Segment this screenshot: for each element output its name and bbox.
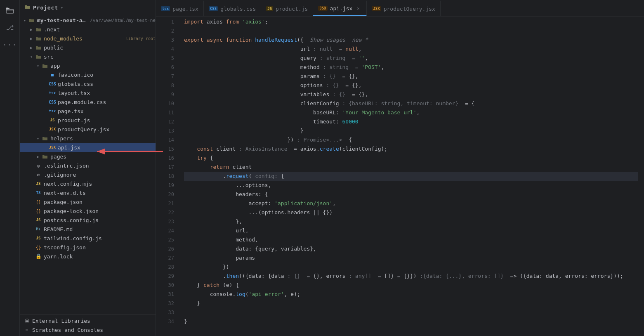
tree-label: .eslintrc.json xyxy=(44,163,156,169)
folder-tree-icon[interactable] xyxy=(2,2,18,18)
tab-label: globals.css xyxy=(220,6,256,12)
css-file-icon: CSS xyxy=(49,100,56,104)
scrollbar-track[interactable] xyxy=(638,17,644,336)
tree-item-next-env[interactable]: TS next-env.d.ts xyxy=(20,188,156,197)
code-line-12: timeout: 60000 xyxy=(184,117,638,126)
tree-item-gitignore[interactable]: ⊘ .gitignore xyxy=(20,170,156,179)
external-libraries-label: External Libraries xyxy=(32,318,156,324)
tree-item-root[interactable]: ▾ my-test-next-app /var/www/html/my-test… xyxy=(20,16,156,25)
eslint-file-icon: ◎ xyxy=(35,163,42,168)
code-line-27: params xyxy=(184,253,638,263)
tree-item-node-modules[interactable]: ▶ node_modules library root xyxy=(20,34,156,43)
code-line-11: baseURL: 'Your Magento base url', xyxy=(184,108,638,117)
tree-item-page-tsx[interactable]: tsx page.tsx xyxy=(20,106,156,116)
expand-arrow: ▶ xyxy=(28,27,35,32)
code-line-25: method, xyxy=(184,235,638,244)
tree-item-next-config[interactable]: JS next.config.mjs xyxy=(20,179,156,188)
folder-icon xyxy=(41,154,49,159)
code-line-9: variables : {} = {}, xyxy=(184,90,638,99)
code-line-22: ...(options.headers || {}) xyxy=(184,208,638,217)
tree-item-eslintrc[interactable]: ◎ .eslintrc.json xyxy=(20,161,156,170)
code-line-28: }) xyxy=(184,263,638,272)
tree-item-tailwind[interactable]: JS tailwind.config.js xyxy=(20,234,156,243)
tree-label: pages xyxy=(50,154,156,160)
expand-arrow: ▾ xyxy=(35,136,41,141)
tree-label: public xyxy=(44,45,156,51)
tree-item-tsconfig[interactable]: {} tsconfig.json xyxy=(20,243,156,252)
tree-item-public[interactable]: ▶ public xyxy=(20,43,156,52)
tree-label: package-lock.json xyxy=(44,208,156,214)
code-line-7: params : {} = {}, xyxy=(184,72,638,81)
tab-close-button[interactable]: ✕ xyxy=(355,5,361,12)
tree-label: page.tsx xyxy=(58,108,156,114)
tree-label: productQuery.jsx xyxy=(58,126,156,133)
tab-globals-css[interactable]: CSS globals.css xyxy=(204,0,261,16)
folder-open-icon xyxy=(28,17,35,23)
code-line-30: } catch (e) { xyxy=(184,281,638,290)
tree-label: tsconfig.json xyxy=(44,244,156,251)
code-line-6: method : string = 'POST', xyxy=(184,63,638,72)
more-dots-icon[interactable]: ··· xyxy=(2,36,18,53)
tree-item-yarn-lock[interactable]: 🔒 yarn.lock xyxy=(20,252,156,261)
code-line-16: try { xyxy=(184,154,638,163)
tree-item-readme[interactable]: M↓ README.md xyxy=(20,225,156,234)
tree-label: product.js xyxy=(58,117,156,123)
scratches-item[interactable]: ≡ Scratches and Consoles xyxy=(20,325,156,334)
tree-item-next[interactable]: ▶ .next xyxy=(20,25,156,34)
tree-label: globals.css xyxy=(58,81,156,87)
tree-item-page-module-css[interactable]: CSS page.module.css xyxy=(20,97,156,106)
gitignore-file-icon: ⊘ xyxy=(35,172,42,177)
tab-label: product.js xyxy=(276,6,308,12)
code-line-21: accept: 'application/json', xyxy=(184,199,638,208)
tree-label: postcss.config.js xyxy=(44,217,156,223)
activity-bar: ⎇ ··· xyxy=(0,0,20,336)
css-file-icon: CSS xyxy=(49,82,56,86)
code-line-20: headers: { xyxy=(184,190,638,199)
tab-product-js[interactable]: JS product.js xyxy=(261,0,313,16)
tree-label: app xyxy=(50,63,156,69)
tree-label: .gitignore xyxy=(44,172,156,178)
external-libraries-item[interactable]: 🏛 External Libraries xyxy=(20,316,156,325)
json-file-icon: {} xyxy=(35,199,42,205)
js-file-icon: JS xyxy=(35,218,42,222)
tree-item-package-json[interactable]: {} package.json xyxy=(20,197,156,206)
tree-item-productquery-jsx[interactable]: JSX productQuery.jsx xyxy=(20,125,156,134)
tree-item-product-js[interactable]: JS product.js xyxy=(20,116,156,125)
json-file-icon: {} xyxy=(35,208,42,214)
code-line-33 xyxy=(184,308,638,317)
tree-item-postcss[interactable]: JS postcss.config.js xyxy=(20,215,156,225)
js-file-icon: JS xyxy=(35,182,42,186)
code-line-2 xyxy=(184,26,638,35)
tree-item-api-jsx[interactable]: JSX api.jsx xyxy=(20,143,156,152)
line-numbers: 12345 678910 1112131415 1617181920 21222… xyxy=(156,17,177,336)
path-badge: /var/www/html/my-test-ne xyxy=(90,18,156,23)
editor-content: 12345 678910 1112131415 1617181920 21222… xyxy=(156,17,644,336)
git-icon[interactable]: ⎇ xyxy=(2,19,18,35)
jsx-file-icon: JSX xyxy=(49,127,56,131)
tree-item-layout[interactable]: tsx layout.tsx xyxy=(20,88,156,97)
tree-item-pages[interactable]: ▶ pages xyxy=(20,152,156,161)
js-tab-icon: JS xyxy=(266,6,273,11)
code-editor[interactable]: import axios from 'axios'; export async … xyxy=(177,17,638,336)
code-line-15: const client : AxiosInstance = axios.cre… xyxy=(184,144,638,154)
tree-item-src[interactable]: ▾ src xyxy=(20,52,156,61)
scratches-icon: ≡ xyxy=(23,327,31,333)
project-header[interactable]: Project ▾ xyxy=(20,0,156,15)
tree-item-app[interactable]: ▾ app xyxy=(20,61,156,70)
tab-productquery-jsx[interactable]: JSX productQuery.jsx xyxy=(367,0,441,16)
tree-label: tailwind.config.js xyxy=(44,235,156,241)
tab-page-tsx[interactable]: tsx page.tsx xyxy=(156,0,204,16)
tree-label: helpers xyxy=(50,135,156,142)
tree-item-package-lock[interactable]: {} package-lock.json xyxy=(20,206,156,215)
tree-item-favicon[interactable]: ■ favicon.ico xyxy=(20,70,156,79)
svg-rect-2 xyxy=(6,9,14,13)
tab-label: page.tsx xyxy=(172,6,198,12)
code-line-26: data: {query, variables}, xyxy=(184,244,638,253)
jsx-tab-icon2: JSX xyxy=(372,6,381,11)
tree-item-helpers[interactable]: ▾ helpers xyxy=(20,134,156,143)
tree-label: next-env.d.ts xyxy=(44,190,156,196)
tab-api-jsx[interactable]: JSX api.jsx ✕ xyxy=(313,0,367,16)
tree-item-globals-css[interactable]: CSS globals.css xyxy=(20,79,156,88)
expand-arrow: ▶ xyxy=(28,45,35,50)
code-line-23: }, xyxy=(184,217,638,226)
